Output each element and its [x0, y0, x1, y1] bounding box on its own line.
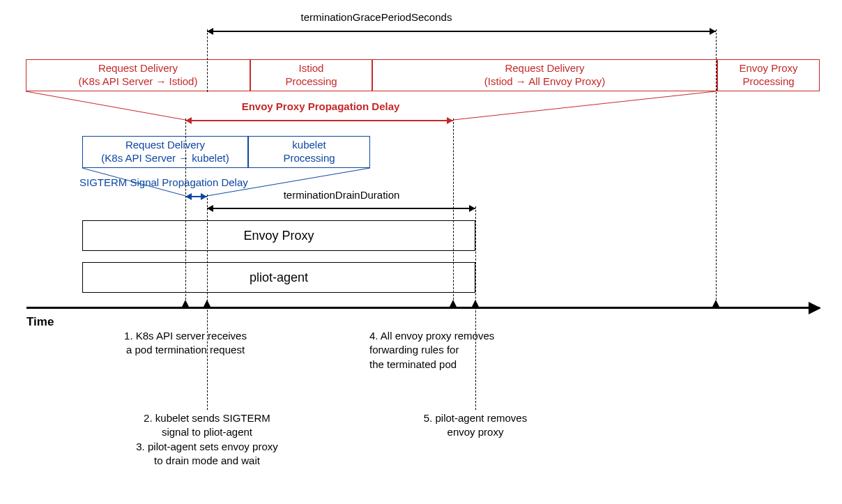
envoy-delay-span [185, 120, 453, 121]
box-kubelet-processing: kubelet Processing [248, 136, 370, 168]
step-4: 4. All envoy proxy removes forwarding ru… [369, 329, 494, 372]
s1-l1: 1. K8s API server receives [124, 329, 247, 343]
svg-line-1 [453, 91, 716, 120]
s3-l2: to drain mode and wait [136, 454, 277, 468]
s4-l2: forwarding rules for [369, 343, 494, 357]
step-5: 5. pilot-agent removes envoy proxy [424, 411, 527, 440]
dash-t2b [207, 194, 208, 410]
mid-b1-l2: (K8s API Server → kubelet) [101, 152, 229, 165]
mid-b2-l1: kubelet [292, 139, 326, 152]
time-axis [26, 307, 820, 309]
s5-l1: 5. pilot-agent removes [424, 411, 527, 425]
bar-envoy-proxy: Envoy Proxy [82, 220, 475, 251]
s4-l3: the terminated pod [369, 358, 494, 372]
dash-t3 [453, 119, 454, 307]
box4-l2: Processing [742, 75, 794, 89]
box1-l2: (K8s API Server → Istiod) [79, 75, 198, 89]
drain-label: terminationDrainDuration [284, 189, 400, 201]
s2-l1: 2. kubelet sends SIGTERM [136, 411, 277, 425]
s5-l2: envoy proxy [424, 425, 527, 439]
box1-l1: Request Delivery [98, 62, 178, 75]
box3-l2: (Istiod → All Envoy Proxy) [484, 75, 605, 89]
diagram-canvas: terminationGracePeriodSeconds Request De… [0, 0, 842, 504]
box2-l1: Istiod [299, 62, 324, 75]
envoy-delay-label: Envoy Proxy Propagation Delay [242, 100, 400, 112]
s4-l1: 4. All envoy proxy removes [369, 329, 494, 343]
svg-line-0 [26, 91, 185, 120]
drain-span [207, 208, 475, 209]
sigterm-span [185, 196, 207, 197]
sigterm-delay-label: SIGTERM Signal Propagation Delay [79, 176, 248, 188]
dash-t1 [185, 119, 186, 307]
box-istiod-processing: Istiod Processing [250, 59, 372, 91]
box-req-delivery-envoy: Request Delivery (Istiod → All Envoy Pro… [372, 59, 717, 91]
grace-period-label: terminationGracePeriodSeconds [301, 11, 452, 23]
step-1: 1. K8s API server receives a pod termina… [124, 329, 247, 358]
s3-l1: 3. pilot-agent sets envoy proxy [136, 440, 277, 454]
s2-l2: signal to pliot-agent [136, 425, 277, 439]
box-req-delivery-kubelet: Request Delivery (K8s API Server → kubel… [82, 136, 248, 168]
bar-envoy-text: Envoy Proxy [243, 228, 314, 244]
bar-pilot-agent: pliot-agent [82, 262, 475, 293]
box2-l2: Processing [285, 75, 337, 89]
time-axis-label: Time [26, 315, 54, 329]
dash-t2a [207, 29, 208, 92]
dash-t5 [716, 29, 717, 307]
box-envoy-processing: Envoy Proxy Processing [717, 59, 820, 91]
grace-period-span [207, 31, 716, 32]
box-req-delivery-istiod: Request Delivery (K8s API Server → Istio… [26, 59, 250, 91]
box3-l1: Request Delivery [505, 62, 584, 75]
mid-b2-l2: Processing [283, 152, 335, 165]
mid-b1-l1: Request Delivery [125, 139, 205, 152]
bar-pilot-text: pliot-agent [250, 270, 308, 286]
box4-l1: Envoy Proxy [739, 62, 797, 75]
dash-t4 [475, 206, 476, 410]
step-2-3: 2. kubelet sends SIGTERM signal to pliot… [136, 411, 277, 468]
s1-l2: a pod termination request [124, 343, 247, 357]
